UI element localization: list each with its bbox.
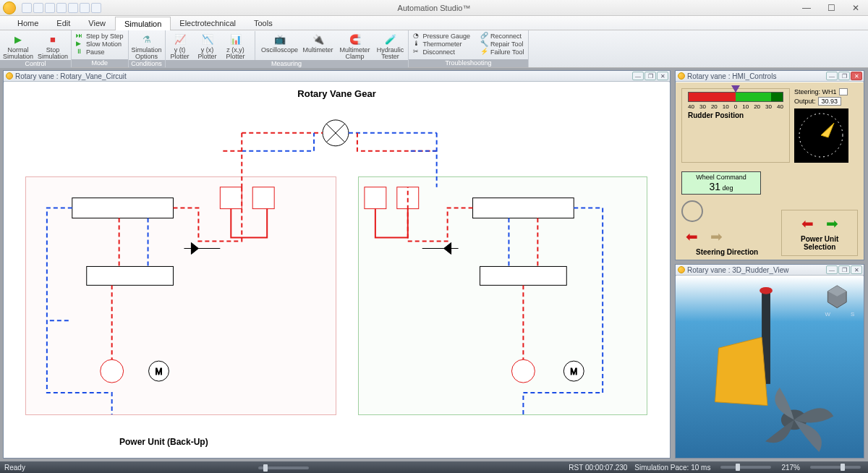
status-slider[interactable] [255,464,312,472]
pane-minimize-button[interactable]: — [826,265,838,274]
play-icon: ▶ [11,32,25,46]
schematic-svg: M M [4,82,670,458]
rudder-scale: 4030 2010 010 2030 40 Rudder Position [681,88,790,163]
disconnect-icon: ✂ [413,48,421,56]
qa-button[interactable] [91,3,101,13]
bolt-icon: ⚡ [480,48,488,56]
pane-close-button[interactable]: ✕ [851,265,862,274]
tab-simulation[interactable]: Simulation [115,17,171,30]
zoom-slider[interactable] [810,466,861,469]
pane-restore-button[interactable]: ❐ [838,72,850,80]
pause-button[interactable]: ⏸Pause [75,48,106,56]
wrench-icon: 🔧 [480,40,488,48]
svg-text:S: S [851,311,854,318]
output-value: 30.93 [818,97,842,106]
svg-rect-4 [87,266,174,285]
multimeter-clamp-button[interactable]: 🧲Multimeter Clamp [339,31,372,60]
svg-rect-5 [220,187,242,209]
tab-edit[interactable]: Edit [48,16,80,30]
ribbon: ▶ Normal Simulation ■ Stop Simulation Co… [0,30,868,68]
simulation-options-button[interactable]: ⚗ Simulation Options [132,31,162,60]
failure-tool-button[interactable]: ⚡Failure Tool [479,48,525,56]
pane-restore-button[interactable]: ❐ [838,265,850,274]
pane-title: Rotary vane : 3D_Rudder_View [687,266,788,274]
pane-icon [6,72,13,80]
view3d-pane: Rotary vane : 3D_Rudder_View — ❐ ✕ W S [675,264,864,459]
tab-electrotechnical[interactable]: Electrotechnical [171,16,245,30]
plot-icon: 📊 [229,32,243,46]
title-bar: Automation Studio™ — ☐ ✕ [0,0,868,16]
step-icon: ⏭ [76,32,84,40]
svg-point-7 [101,359,124,383]
wheel-command-display: Wheel Command 31 deg [681,171,761,195]
tab-home[interactable]: Home [0,16,48,30]
clamp-icon: 🧲 [348,32,362,46]
svg-rect-10 [473,198,574,218]
group-label: Conditions [129,60,165,68]
steer-right-button[interactable]: ➡ [706,228,726,245]
tab-tools[interactable]: Tools [245,16,282,30]
pus-left-button[interactable]: ⬅ [797,215,817,232]
pane-icon [678,266,685,273]
qa-button[interactable] [80,3,90,13]
stop-simulation-button[interactable]: ■ Stop Simulation [38,31,68,60]
step-by-step-button[interactable]: ⏭Step by Step [75,32,125,40]
repair-tool-button[interactable]: 🔧Repair Tool [479,40,525,48]
yx-plotter-button[interactable]: 📉y (x) Plotter [196,31,219,60]
steering-field[interactable] [839,88,848,95]
pane-minimize-button[interactable]: — [632,72,644,80]
svg-text:M: M [570,367,577,377]
plot-icon: 📉 [200,32,215,46]
group-label: Troubleshooting [409,59,529,67]
svg-rect-12 [365,187,386,209]
svg-text:W: W [825,311,830,318]
close-button[interactable]: ✕ [843,1,868,15]
tester-icon: 🧪 [383,32,398,46]
pane-minimize-button[interactable]: — [826,72,838,80]
status-ready: Ready [4,464,25,472]
app-title: Automation Studio™ [398,4,471,12]
normal-simulation-button[interactable]: ▶ Normal Simulation [3,31,33,60]
pus-right-button[interactable]: ➡ [822,215,842,232]
reconnect-button[interactable]: 🔗Reconnect [479,32,525,40]
pace-slider[interactable] [720,466,771,469]
pane-title: Rotary vane : Rotary_Vane_Circuit [15,72,127,80]
circuit-canvas[interactable]: Rotary Vane Gear Power Unit (Back-Up) [4,82,670,458]
pane-title: Rotary vane : HMI_Controls [687,72,776,80]
quick-access-toolbar [22,3,101,13]
thermometer-button[interactable]: 🌡Thermometer [412,40,472,48]
qa-button[interactable] [68,3,78,13]
maximize-button[interactable]: ☐ [819,1,843,15]
meter-icon: 🔌 [311,32,326,46]
pane-restore-button[interactable]: ❐ [644,72,656,80]
disconnect-button[interactable]: ✂Disconnect [412,48,472,56]
qa-button[interactable] [45,3,55,13]
oscilloscope-button[interactable]: 📺Oscilloscope [262,31,298,54]
ribbon-tabs: Home Edit View Simulation Electrotechnic… [0,16,868,30]
hydraulic-tester-button[interactable]: 🧪Hydraulic Tester [376,31,405,60]
yt-plotter-button[interactable]: 📈y (t) Plotter [169,31,192,60]
qa-button[interactable] [22,3,32,13]
status-pace: Simulation Pace: 10 ms [634,464,710,472]
flask-icon: ⚗ [140,32,154,46]
multimeter-button[interactable]: 🔌Multimeter [302,31,334,54]
group-label: Mode [72,59,128,67]
view3d-canvas[interactable]: W S [676,276,864,458]
slow-motion-button[interactable]: ▶Slow Motion [75,40,123,48]
stop-icon: ■ [46,32,60,46]
pause-icon: ⏸ [76,48,84,56]
pane-close-button[interactable]: ✕ [851,72,862,80]
qa-button[interactable] [56,3,67,13]
group-label: Measuring [166,60,408,68]
qa-button[interactable] [33,3,43,13]
steering-label: Steering: WH1 [794,88,837,95]
status-zoom: 217% [781,464,800,472]
svg-rect-6 [252,187,274,209]
minimize-button[interactable]: — [794,1,819,15]
pane-close-button[interactable]: ✕ [657,72,668,80]
zxy-plotter-button[interactable]: 📊z (x,y) Plotter [224,31,248,60]
tab-view[interactable]: View [80,16,115,30]
hmi-body: 4030 2010 010 2030 40 Rudder Position St… [676,82,864,260]
pressure-gauge-button[interactable]: ◔Pressure Gauge [412,32,472,40]
steer-left-button[interactable]: ⬅ [681,228,702,245]
